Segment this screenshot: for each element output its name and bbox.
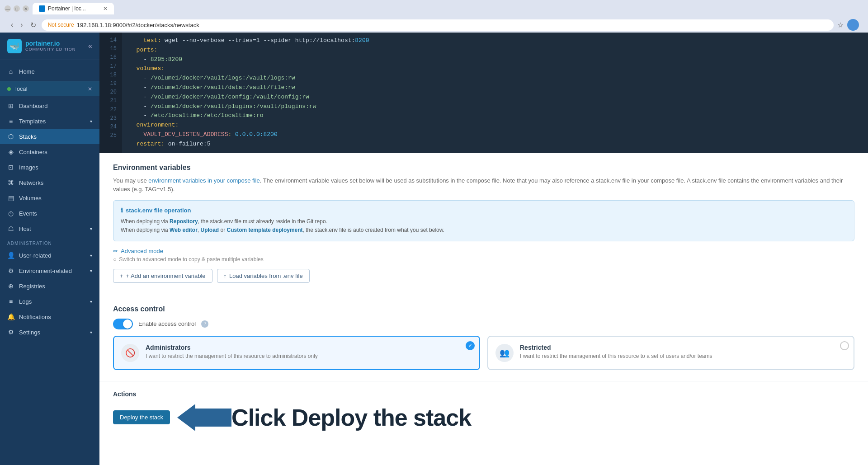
sidebar-logo: 🐳 portainer.io Community Edition « bbox=[0, 33, 99, 60]
code-content: test: wget --no-verbose --tries=1 --spid… bbox=[122, 33, 868, 153]
address-bar[interactable]: Not secure 192.168.1.18:9000/#/2/docker/… bbox=[42, 19, 834, 31]
restricted-card-desc: I want to restrict the management of thi… bbox=[520, 353, 712, 359]
advanced-mode: ✏ Advanced mode ○ Switch to advanced mod… bbox=[113, 248, 854, 263]
sidebar-collapse-btn[interactable]: « bbox=[88, 42, 92, 50]
networks-icon: ⌘ bbox=[7, 179, 14, 186]
toggle-knob bbox=[123, 319, 132, 329]
profile-btn[interactable] bbox=[847, 19, 859, 31]
endpoint-close-btn[interactable]: ✕ bbox=[88, 86, 92, 92]
sidebar-item-volumes[interactable]: ▤ Volumes bbox=[0, 190, 99, 206]
line-num-19: 19 bbox=[99, 80, 122, 88]
host-chevron: ▾ bbox=[90, 226, 92, 231]
forward-btn[interactable]: › bbox=[19, 20, 24, 30]
volumes-label: Volumes bbox=[19, 195, 42, 202]
sidebar-item-home[interactable]: ⌂ Home bbox=[0, 64, 99, 79]
endpoint-header[interactable]: local ✕ bbox=[0, 81, 99, 96]
templates-chevron: ▾ bbox=[90, 119, 92, 124]
endpoint-status-dot bbox=[7, 87, 11, 91]
endpoint-name: local bbox=[15, 85, 28, 92]
advanced-mode-link[interactable]: ✏ Advanced mode bbox=[113, 248, 854, 254]
back-btn[interactable]: ‹ bbox=[9, 20, 15, 30]
access-control-section: Access control Enable access control ? 🚫… bbox=[99, 294, 868, 381]
sidebar-item-stacks[interactable]: ⬡ Stacks bbox=[0, 129, 99, 144]
sidebar-item-events[interactable]: ◷ Events bbox=[0, 206, 99, 221]
insecure-icon: Not secure bbox=[48, 22, 74, 28]
close-btn[interactable]: ✕ bbox=[23, 5, 29, 12]
env-vars-link[interactable]: environment variables in your compose fi… bbox=[148, 177, 259, 184]
restricted-card-icon: 👥 bbox=[495, 344, 514, 362]
stacks-icon: ⬡ bbox=[7, 133, 14, 140]
env-vars-title: Environment variables bbox=[113, 164, 854, 172]
sidebar-item-dashboard[interactable]: ⊞ Dashboard bbox=[0, 98, 99, 113]
restricted-card-body: Restricted I want to restrict the manage… bbox=[520, 344, 712, 359]
admin-card[interactable]: 🚫 Administrators I want to restrict the … bbox=[113, 336, 480, 370]
minimize-btn[interactable]: — bbox=[5, 5, 11, 12]
env-related-chevron: ▾ bbox=[90, 268, 92, 273]
images-label: Images bbox=[19, 164, 38, 171]
maximize-btn[interactable]: □ bbox=[14, 5, 20, 12]
browser-chrome: — □ ✕ Portainer | loc... ✕ ‹ › ↻ Not sec… bbox=[0, 0, 868, 33]
code-line-15: ports: bbox=[129, 46, 861, 55]
plus-icon: + bbox=[120, 272, 123, 279]
env-vars-desc: You may use environment variables in you… bbox=[113, 176, 854, 194]
sidebar-item-networks[interactable]: ⌘ Networks bbox=[0, 175, 99, 190]
actions-row: Deploy the stack Click Deploy the stack bbox=[113, 404, 854, 431]
sidebar-item-host[interactable]: ☖ Host ▾ bbox=[0, 221, 99, 236]
bookmark-btn[interactable]: ☆ bbox=[837, 21, 844, 29]
line-num-25: 25 bbox=[99, 132, 122, 140]
upload-icon: ↑ bbox=[224, 272, 227, 279]
images-icon: ⊡ bbox=[7, 164, 14, 171]
endpoint-section: local ✕ bbox=[0, 81, 99, 96]
access-control-toggle[interactable] bbox=[113, 319, 133, 329]
code-line-14: test: wget --no-verbose --tries=1 --spid… bbox=[129, 36, 861, 46]
load-env-btn[interactable]: ↑ Load variables from .env file bbox=[217, 269, 310, 283]
admin-card-desc: I want to restrict the management of thi… bbox=[146, 353, 318, 359]
web-editor-bold: Web editor bbox=[170, 227, 198, 233]
sidebar-item-registries[interactable]: ⊕ Registries bbox=[0, 278, 99, 294]
registries-label: Registries bbox=[19, 283, 45, 290]
line-num-16: 16 bbox=[99, 53, 122, 62]
sidebar-item-settings[interactable]: ⚙ Settings ▾ bbox=[0, 324, 99, 340]
templates-icon: ≡ bbox=[7, 117, 14, 125]
code-line-22: - /etc/localtime:/etc/localtime:ro bbox=[129, 111, 861, 121]
tab-close-icon[interactable]: ✕ bbox=[103, 5, 108, 12]
sidebar-item-templates[interactable]: ≡ Templates ▾ bbox=[0, 113, 99, 129]
sidebar-item-user-related[interactable]: 👤 User-related ▾ bbox=[0, 248, 99, 263]
custom-template-bold: Custom template deployment bbox=[227, 227, 303, 233]
sidebar-item-containers[interactable]: ◈ Containers bbox=[0, 144, 99, 160]
sidebar: 🐳 portainer.io Community Edition « ⌂ Hom… bbox=[0, 33, 99, 465]
reload-btn[interactable]: ↻ bbox=[28, 20, 38, 30]
active-tab[interactable]: Portainer | loc... ✕ bbox=[33, 3, 114, 14]
actions-section: Actions Deploy the stack Click Deploy th… bbox=[99, 381, 868, 440]
actions-title: Actions bbox=[113, 390, 854, 398]
address-bar-row: ‹ › ↻ Not secure 192.168.1.18:9000/#/2/d… bbox=[5, 17, 863, 33]
code-line-21: - /volume1/docker/vault/plugins:/vault/p… bbox=[129, 102, 861, 112]
advanced-mode-sub: ○ Switch to advanced mode to copy & past… bbox=[113, 256, 854, 263]
advanced-mode-sub-text: Switch to advanced mode to copy & paste … bbox=[119, 256, 264, 263]
deploy-label: Deploy the stack bbox=[120, 414, 163, 421]
help-icon[interactable]: ? bbox=[201, 320, 208, 328]
env-icon: ⚙ bbox=[7, 267, 14, 274]
line-num-24: 24 bbox=[99, 123, 122, 132]
sidebar-item-images[interactable]: ⊡ Images bbox=[0, 160, 99, 175]
code-line-20: - /volume1/docker/vault/config:/vault/co… bbox=[129, 93, 861, 102]
restricted-card[interactable]: 👥 Restricted I want to restrict the mana… bbox=[487, 336, 854, 370]
info-box-title-text: stack.env file operation bbox=[126, 207, 191, 214]
browser-controls: — □ ✕ bbox=[5, 5, 29, 12]
sidebar-item-notifications[interactable]: 🔔 Notifications bbox=[0, 309, 99, 324]
advanced-mode-label: Advanced mode bbox=[121, 248, 163, 254]
annotation-area: Click Deploy the stack bbox=[177, 404, 471, 431]
dashboard-label: Dashboard bbox=[19, 103, 48, 109]
sidebar-item-logs[interactable]: ≡ Logs ▾ bbox=[0, 294, 99, 309]
host-label: Host bbox=[19, 225, 31, 232]
add-env-var-btn[interactable]: + + Add an environment variable bbox=[113, 269, 212, 283]
logo-sub: Community Edition bbox=[25, 47, 75, 52]
deploy-stack-btn[interactable]: Deploy the stack bbox=[113, 410, 170, 424]
logo-text: portainer.io Community Edition bbox=[25, 40, 75, 52]
dashboard-icon: ⊞ bbox=[7, 102, 14, 109]
line-num-20: 20 bbox=[99, 88, 122, 97]
restricted-card-check bbox=[840, 341, 849, 350]
line-num-18: 18 bbox=[99, 71, 122, 80]
code-line-19: - /volume1/docker/vault/data:/vault/file… bbox=[129, 83, 861, 93]
sidebar-item-env-related[interactable]: ⚙ Environment-related ▾ bbox=[0, 263, 99, 278]
